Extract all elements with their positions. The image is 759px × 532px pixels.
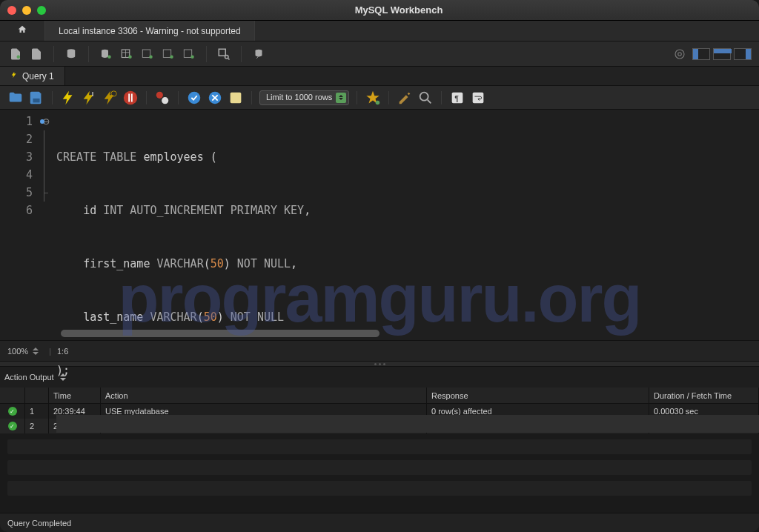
divider — [146, 91, 147, 104]
svg-rect-35 — [473, 92, 484, 103]
svg-text:I: I — [92, 90, 94, 98]
minimize-window-button[interactable] — [22, 6, 31, 15]
toggle-autocommit-icon[interactable] — [154, 90, 170, 106]
save-file-icon[interactable] — [28, 90, 44, 106]
query-tab[interactable]: Query 1 — [0, 67, 65, 85]
line-number-gutter: 123456 — [0, 110, 39, 328]
svg-rect-10 — [163, 50, 171, 58]
title-bar: MySQL Workbench — [0, 0, 759, 21]
svg-point-27 — [188, 91, 201, 104]
toggle-sidebar-left-button[interactable] — [692, 48, 710, 60]
svg-point-31 — [420, 92, 428, 100]
close-window-button[interactable] — [7, 6, 16, 15]
svg-text:¶: ¶ — [455, 93, 460, 102]
svg-point-7 — [128, 55, 132, 59]
dropdown-arrow-icon — [336, 93, 346, 103]
divider — [357, 91, 357, 104]
code-area[interactable]: CREATE TABLE employees ( id INT AUTO_INC… — [53, 110, 759, 328]
divider — [388, 91, 389, 104]
open-file-icon[interactable] — [7, 90, 24, 106]
explain-icon[interactable] — [102, 90, 118, 106]
create-procedure-icon[interactable] — [160, 46, 176, 62]
zoom-window-button[interactable] — [37, 6, 46, 15]
toggle-whitespace-icon[interactable] — [228, 90, 244, 106]
home-icon — [16, 24, 28, 37]
sql-editor[interactable]: 123456 ⊖ CREATE TABLE employees ( id INT… — [0, 110, 759, 328]
svg-point-0 — [17, 55, 21, 59]
status-bar: Query Completed — [0, 513, 759, 532]
fold-gutter[interactable]: ⊖ — [39, 110, 53, 328]
toolbar-separator — [53, 46, 54, 62]
find-icon[interactable] — [417, 90, 434, 106]
toggle-output-panel-button[interactable] — [713, 48, 731, 60]
zoom-level: 100% — [7, 347, 28, 356]
stop-icon[interactable] — [122, 90, 139, 106]
connection-tabs: Local instance 3306 - Warning - not supp… — [0, 21, 759, 41]
window-title: MySQL Workbench — [46, 4, 752, 16]
new-sql-tab-icon[interactable] — [7, 46, 24, 62]
toggle-invisible-icon[interactable]: ¶ — [449, 90, 465, 106]
limit-rows-select[interactable]: Limit to 1000 rows — [259, 90, 349, 105]
open-sql-script-icon[interactable] — [28, 46, 44, 62]
svg-point-19 — [678, 52, 682, 56]
home-tab[interactable] — [0, 21, 45, 41]
svg-rect-8 — [142, 50, 150, 58]
svg-rect-29 — [231, 92, 242, 103]
commit-icon[interactable] — [186, 90, 202, 106]
status-text: Query Completed — [7, 519, 71, 528]
editor-toolbar: I Limit to 1000 rows ¶ — [0, 86, 759, 110]
server-status-icon[interactable] — [63, 46, 79, 62]
svg-point-30 — [376, 100, 380, 104]
divider — [251, 91, 252, 104]
svg-rect-24 — [131, 93, 133, 102]
create-schema-icon[interactable] — [98, 46, 114, 62]
divider — [52, 91, 53, 104]
svg-rect-14 — [219, 49, 225, 56]
svg-line-16 — [228, 59, 230, 60]
divider — [441, 91, 442, 104]
favorites-icon[interactable] — [365, 90, 381, 106]
execute-icon[interactable] — [60, 90, 76, 106]
output-type-label: Action Output — [4, 373, 54, 382]
empty-row — [7, 481, 752, 496]
word-wrap-icon[interactable] — [470, 90, 486, 106]
toolbar-separator — [241, 46, 242, 62]
connection-tab[interactable]: Local instance 3306 - Warning - not supp… — [45, 21, 255, 41]
query-tabs: Query 1 — [0, 67, 759, 86]
marker-gutter — [39, 113, 46, 130]
toolbar-separator — [206, 46, 207, 62]
main-toolbar — [0, 41, 759, 67]
settings-icon[interactable] — [672, 46, 688, 62]
connection-tab-label: Local instance 3306 - Warning - not supp… — [59, 26, 241, 36]
search-table-data-icon[interactable] — [216, 46, 232, 62]
svg-point-15 — [225, 55, 229, 59]
query-tab-label: Query 1 — [22, 71, 54, 82]
toolbar-separator — [88, 46, 89, 62]
divider — [178, 91, 179, 104]
svg-point-9 — [149, 55, 153, 59]
horizontal-scrollbar[interactable] — [0, 328, 759, 340]
create-table-icon[interactable] — [119, 46, 135, 62]
execute-current-icon[interactable]: I — [81, 90, 97, 106]
rollback-icon[interactable] — [207, 90, 223, 106]
success-icon: ✓ — [8, 407, 17, 416]
zoom-stepper[interactable] — [33, 348, 39, 355]
svg-point-22 — [111, 90, 116, 96]
bolt-icon — [10, 70, 18, 82]
svg-rect-12 — [184, 50, 192, 58]
svg-point-13 — [190, 55, 194, 59]
scrollbar-thumb[interactable] — [61, 330, 380, 337]
svg-point-26 — [162, 97, 168, 104]
svg-line-32 — [428, 99, 431, 103]
create-function-icon[interactable] — [181, 46, 197, 62]
svg-point-3 — [107, 55, 111, 59]
success-icon: ✓ — [8, 422, 17, 430]
svg-rect-23 — [128, 93, 130, 102]
svg-point-25 — [156, 91, 163, 98]
reconnect-icon[interactable] — [251, 46, 267, 62]
create-view-icon[interactable] — [139, 46, 156, 62]
toggle-sidebar-right-button[interactable] — [734, 48, 752, 60]
svg-rect-20 — [33, 98, 39, 102]
svg-point-18 — [675, 50, 684, 59]
beautify-icon[interactable] — [397, 90, 413, 106]
